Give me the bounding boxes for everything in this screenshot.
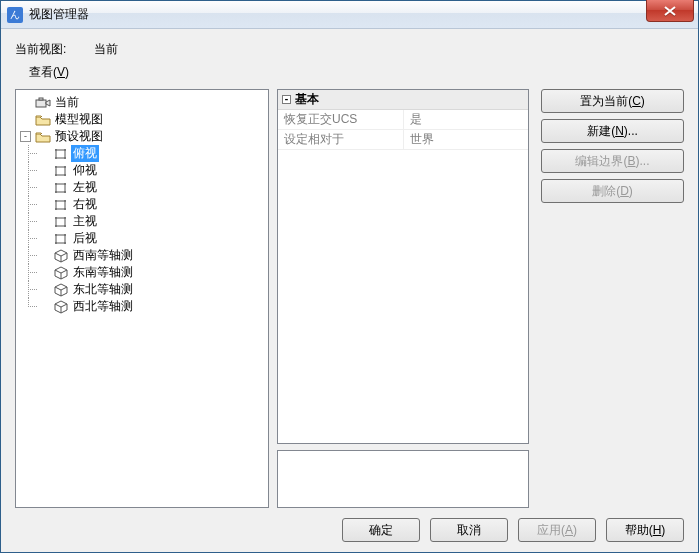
- tree-item-icon: [53, 266, 69, 280]
- tree-spacer: [38, 284, 49, 295]
- tree-item-label: 西南等轴测: [71, 247, 135, 264]
- svg-rect-8: [55, 166, 57, 168]
- property-row[interactable]: 恢复正交UCS是: [278, 110, 528, 130]
- tree-item-label: 俯视: [71, 145, 99, 162]
- tree-item-icon: [53, 181, 69, 195]
- tree-item-icon: [53, 300, 69, 314]
- tree-item-preset[interactable]: 西南等轴测: [38, 247, 266, 264]
- description-box: [277, 450, 529, 508]
- tree-item-icon: [53, 283, 69, 297]
- tree-item-label: 西北等轴测: [71, 298, 135, 315]
- svg-rect-19: [64, 200, 66, 202]
- current-view-value: 当前: [94, 41, 118, 58]
- svg-rect-22: [56, 218, 65, 226]
- view-menu[interactable]: 查看(V): [29, 64, 684, 81]
- group-label: 基本: [295, 92, 319, 106]
- collapse-icon[interactable]: -: [20, 131, 31, 142]
- tree-item-label: 模型视图: [53, 111, 105, 128]
- svg-rect-26: [64, 225, 66, 227]
- svg-rect-15: [55, 191, 57, 193]
- svg-rect-21: [64, 208, 66, 210]
- svg-rect-6: [64, 157, 66, 159]
- svg-rect-31: [64, 242, 66, 244]
- dialog-body: 当前视图: 当前 查看(V) 当前模型视图-预设视图俯视仰视左视右视主视后视西南…: [1, 29, 698, 552]
- collapse-icon[interactable]: -: [282, 95, 291, 104]
- svg-rect-0: [36, 100, 46, 107]
- side-buttons: 置为当前(C) 新建(N)... 编辑边界(B)... 删除(D): [537, 89, 684, 508]
- tree-item-label: 东南等轴测: [71, 264, 135, 281]
- tree-item-preset[interactable]: 仰视: [38, 162, 266, 179]
- tree-spacer: [38, 148, 49, 159]
- view-tree[interactable]: 当前模型视图-预设视图俯视仰视左视右视主视后视西南等轴测东南等轴测东北等轴测西北…: [15, 89, 269, 508]
- tree-spacer: [38, 199, 49, 210]
- tree-item-preset[interactable]: 左视: [38, 179, 266, 196]
- tree-item-preset[interactable]: 东南等轴测: [38, 264, 266, 281]
- property-value[interactable]: 世界: [403, 130, 528, 150]
- tree-spacer: [20, 97, 31, 108]
- main-row: 当前模型视图-预设视图俯视仰视左视右视主视后视西南等轴测东南等轴测东北等轴测西北…: [15, 89, 684, 508]
- tree-item-preset[interactable]: 右视: [38, 196, 266, 213]
- svg-rect-28: [55, 234, 57, 236]
- titlebar[interactable]: ん 视图管理器: [1, 1, 698, 29]
- svg-rect-1: [39, 98, 43, 100]
- svg-rect-14: [64, 183, 66, 185]
- close-icon: [664, 6, 676, 16]
- tree-item-preset[interactable]: 西北等轴测: [38, 298, 266, 315]
- tree-spacer: [38, 250, 49, 261]
- property-row[interactable]: 设定相对于世界: [278, 130, 528, 150]
- tree-item-preset[interactable]: 主视: [38, 213, 266, 230]
- new-button[interactable]: 新建(N)...: [541, 119, 684, 143]
- tree-item-icon: [53, 164, 69, 178]
- svg-rect-2: [56, 150, 65, 158]
- tree-item-preset[interactable]: 东北等轴测: [38, 281, 266, 298]
- tree-spacer: [38, 301, 49, 312]
- ok-button[interactable]: 确定: [342, 518, 420, 542]
- tree-spacer: [38, 216, 49, 227]
- tree-item-icon: [35, 96, 51, 110]
- tree-item-current[interactable]: 当前: [20, 94, 266, 111]
- tree-item-icon: [53, 232, 69, 246]
- tree-item-model-views[interactable]: 模型视图: [20, 111, 266, 128]
- tree-spacer: [20, 114, 31, 125]
- dialog-footer: 确定 取消 应用(A) 帮助(H): [15, 508, 684, 542]
- svg-rect-5: [55, 157, 57, 159]
- current-view-label: 当前视图:: [15, 41, 66, 58]
- tree-item-label: 左视: [71, 179, 99, 196]
- current-view-row: 当前视图: 当前: [15, 41, 684, 58]
- svg-rect-30: [55, 242, 57, 244]
- svg-rect-10: [55, 174, 57, 176]
- delete-button: 删除(D): [541, 179, 684, 203]
- tree-item-icon: [53, 147, 69, 161]
- tree-item-label: 主视: [71, 213, 99, 230]
- edit-bounds-button: 编辑边界(B)...: [541, 149, 684, 173]
- svg-rect-9: [64, 166, 66, 168]
- property-value[interactable]: 是: [403, 110, 528, 130]
- set-current-button[interactable]: 置为当前(C): [541, 89, 684, 113]
- dialog-window: ん 视图管理器 当前视图: 当前 查看(V) 当前模型视图-预设视图俯视仰视左视…: [0, 0, 699, 553]
- svg-rect-3: [55, 149, 57, 151]
- property-group[interactable]: -基本: [278, 90, 528, 110]
- svg-rect-13: [55, 183, 57, 185]
- close-button[interactable]: [646, 0, 694, 22]
- cancel-button[interactable]: 取消: [430, 518, 508, 542]
- svg-rect-4: [64, 149, 66, 151]
- tree-item-preset[interactable]: 后视: [38, 230, 266, 247]
- svg-rect-18: [55, 200, 57, 202]
- apply-button: 应用(A): [518, 518, 596, 542]
- tree-item-icon: [35, 113, 51, 127]
- svg-rect-23: [55, 217, 57, 219]
- svg-rect-29: [64, 234, 66, 236]
- tree-item-label: 右视: [71, 196, 99, 213]
- tree-item-label: 东北等轴测: [71, 281, 135, 298]
- window-title: 视图管理器: [29, 6, 89, 23]
- tree-item-icon: [35, 130, 51, 144]
- tree-spacer: [38, 165, 49, 176]
- tree-item-preset-views[interactable]: -预设视图: [20, 128, 266, 145]
- svg-rect-11: [64, 174, 66, 176]
- properties-grid[interactable]: -基本 恢复正交UCS是设定相对于世界: [277, 89, 529, 444]
- tree-item-label: 仰视: [71, 162, 99, 179]
- tree-item-preset[interactable]: 俯视: [38, 145, 266, 162]
- svg-rect-24: [64, 217, 66, 219]
- svg-rect-12: [56, 184, 65, 192]
- help-button[interactable]: 帮助(H): [606, 518, 684, 542]
